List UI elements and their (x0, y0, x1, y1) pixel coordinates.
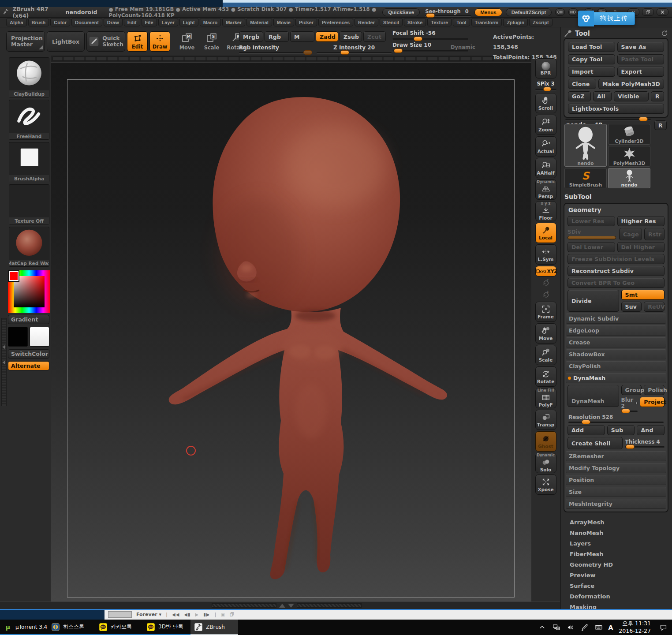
menu-item[interactable]: Color (50, 18, 70, 26)
resolution-slider[interactable]: Resolution 528 (568, 414, 664, 423)
zsub-button[interactable]: Zsub (340, 31, 362, 42)
nendo-small-thumbnail[interactable]: nendo (608, 168, 650, 188)
add-button[interactable]: Add (567, 425, 605, 435)
geometry-subsection-header[interactable]: Size (566, 487, 666, 497)
edit-mode-button[interactable]: Edit (127, 31, 148, 52)
lightbox-tools-button[interactable]: Lightbox▸Tools (568, 104, 664, 114)
tool-r-button[interactable]: R (654, 120, 667, 130)
right-shelf-button[interactable]: Scroll (535, 93, 556, 113)
menu-item[interactable]: Draw (104, 18, 123, 26)
geometry-subsection-header[interactable]: Dynamic Subdiv (566, 314, 666, 324)
alternate-button[interactable]: Alternate (8, 361, 49, 370)
ime-indicator[interactable]: A (609, 624, 613, 631)
menus-button[interactable]: Menus (474, 8, 502, 16)
sub-button[interactable]: Sub (607, 425, 635, 435)
right-shelf-button[interactable]: Move (535, 323, 556, 344)
rgb-button[interactable]: Rgb (265, 31, 289, 42)
right-shelf-button[interactable]: Dynamic Persp (535, 179, 556, 200)
menu-item[interactable]: Zscript (529, 18, 553, 26)
project-button[interactable]: Project (640, 397, 665, 407)
menu-item[interactable]: Edit (124, 18, 140, 26)
menu-item[interactable]: Picker (295, 18, 317, 26)
menu-item[interactable]: Render (355, 18, 378, 26)
menu-item[interactable]: Preferences (318, 18, 353, 26)
cylinder3d-thumbnail[interactable]: Cylinder3D (608, 124, 650, 145)
color-picker[interactable] (8, 270, 50, 313)
shrink-left-tray-button[interactable] (555, 8, 565, 16)
create-shell-button[interactable]: Create Shell (567, 437, 623, 449)
tray-up-arrow[interactable] (279, 604, 285, 608)
right-shelf-button[interactable]: Xpose (535, 474, 556, 495)
switch-color-button[interactable]: SwitchColor (8, 349, 49, 359)
right-shelf-button[interactable]: Transp (535, 410, 556, 430)
menu-item[interactable]: Light (179, 18, 198, 26)
menu-item[interactable]: Movie (273, 18, 294, 26)
geometry-subsection-header[interactable]: Position (566, 475, 666, 485)
tray-chevron-icon[interactable] (538, 623, 546, 631)
palette-section-title[interactable]: Geometry HD (564, 559, 668, 570)
smt-button[interactable]: Smt (621, 290, 665, 300)
menu-item[interactable]: Texture (427, 18, 452, 26)
bottom-tray-handle[interactable] (212, 603, 362, 608)
right-shelf-button[interactable]: Local (535, 223, 556, 243)
play-button[interactable]: ▶ (195, 612, 199, 617)
taskbar-item[interactable]: TALK 카카오톡 (95, 620, 143, 635)
taskbar-item[interactable]: µ µTorrent 3.4.9 (bu... (0, 620, 48, 635)
quicksave-button[interactable]: QuickSave (382, 8, 420, 16)
suv-button[interactable]: Suv (621, 302, 642, 312)
right-shelf-button[interactable]: AAHalf (535, 158, 556, 178)
menu-item[interactable]: Zplugin (503, 18, 528, 26)
secondary-color-swatch[interactable] (30, 327, 49, 347)
clock[interactable]: 오후 11:31 2016-12-27 (619, 620, 651, 635)
dynamesh-button[interactable]: DynaMesh (567, 385, 619, 407)
blur-slider[interactable]: Blur 2 (621, 397, 638, 412)
geometry-subsection-header[interactable]: ZRemesher (566, 451, 666, 461)
save-as-button[interactable]: Save As (617, 42, 665, 52)
palette-section-title[interactable]: Preview (564, 570, 668, 580)
lightbox-button[interactable]: LightBox (47, 31, 85, 52)
right-shelf-button[interactable]: Z (535, 290, 556, 300)
menu-item[interactable]: Brush (28, 18, 49, 26)
keyboard-icon[interactable] (594, 623, 603, 631)
copy-tool-button[interactable]: Copy Tool (568, 54, 615, 64)
tray-down-arrow[interactable] (288, 604, 294, 608)
palette-title[interactable]: Tool (575, 30, 590, 37)
scale-mode-button[interactable]: S Scale (200, 31, 223, 52)
gradient-button[interactable]: Gradient (8, 315, 49, 324)
right-shelf-button[interactable]: Line Fill PolyF (535, 388, 556, 408)
import-button[interactable]: Import (568, 67, 615, 77)
menu-item[interactable]: Macro (200, 18, 221, 26)
geometry-subsection-header[interactable]: ClayPolish (566, 361, 666, 371)
projection-master-button[interactable]: Projection Master (6, 31, 45, 52)
bpr-render-button[interactable]: BPR (535, 58, 556, 78)
palette-section-title[interactable]: FiberMesh (564, 549, 668, 559)
rstr-button[interactable]: Rstr (644, 228, 665, 240)
menu-item[interactable]: Stencil (380, 18, 403, 26)
simplebrush-thumbnail[interactable]: S SimpleBrush (564, 168, 607, 188)
restore-configuration-icon[interactable] (661, 30, 668, 37)
palette-section-title[interactable]: Surface (564, 580, 668, 591)
menu-item[interactable]: Material (246, 18, 272, 26)
lower-res-button[interactable]: Lower Res (567, 216, 615, 226)
right-shelf-button[interactable]: XYZ XYZ (535, 266, 556, 276)
palette-section-title[interactable]: NanoMesh (564, 527, 668, 538)
step-forward-button[interactable]: ▮▶ (203, 612, 210, 617)
groups-button[interactable]: Groups (621, 385, 642, 395)
volume-icon[interactable] (566, 623, 575, 631)
lightbox-divider-bar[interactable] (51, 56, 531, 63)
and-button[interactable]: And (637, 425, 665, 435)
polymesh3d-thumbnail[interactable]: PolyMesh3D (608, 146, 650, 167)
freeze-subdivision-button[interactable]: Freeze SubDivision Levels (567, 254, 665, 264)
higher-res-button[interactable]: Higher Res (617, 216, 665, 226)
sdiv-slider[interactable]: SDiv (567, 228, 617, 240)
divide-button[interactable]: Divide (567, 290, 619, 312)
menu-item[interactable]: File (142, 18, 157, 26)
tray-thumbnail[interactable]: BrushAlpha (9, 142, 49, 182)
geometry-subsection-header[interactable]: ShadowBox (566, 349, 666, 359)
quick-sketch-button[interactable]: Quick Sketch (86, 31, 125, 52)
export-button[interactable]: Export (617, 67, 665, 77)
right-shelf-button[interactable]: Rotate (535, 366, 556, 387)
geometry-subsection-header[interactable]: MeshIntegrity (566, 499, 666, 509)
subtool-section-title[interactable]: SubTool (564, 193, 668, 200)
skip-start-button[interactable]: ◀◀ (172, 612, 179, 617)
